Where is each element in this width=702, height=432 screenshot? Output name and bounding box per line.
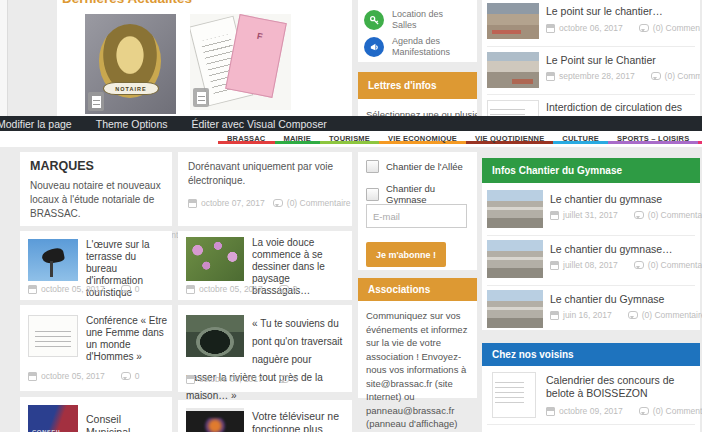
latest-news-card: Dernières Actualités NOTAIRE F xyxy=(57,0,352,116)
comment-icon xyxy=(279,285,289,293)
brassac-homepage: Dernières Actualités NOTAIRE F Location … xyxy=(0,0,702,432)
divider xyxy=(487,235,695,236)
comment-icon xyxy=(634,261,644,269)
article-thumbnail-conseil[interactable]: CONSEIL MUNICIPAL xyxy=(28,405,78,432)
calendar-icon xyxy=(546,407,555,416)
page-left-edge xyxy=(0,0,8,116)
article-meta: octobre 05, 2017 0 xyxy=(28,284,140,294)
divider xyxy=(487,424,695,425)
article-title[interactable]: Conférence « Etre une Femme dans un mond… xyxy=(86,315,168,363)
quick-link-location-salles[interactable]: Location des Salles xyxy=(364,9,462,31)
nav-item-vie-economique[interactable]: VIE ECONOMIQUE xyxy=(379,131,466,144)
article-card: MARQUES Nouveau notaire et nouveaux loca… xyxy=(20,152,172,226)
article-thumbnail-interdiction[interactable] xyxy=(487,100,539,116)
newsletter-header-label: Lettres d'infos xyxy=(368,80,437,91)
article-excerpt: Nouveau notaire et nouveaux locaux à l'é… xyxy=(30,179,162,221)
article-thumbnail-chantier-1[interactable] xyxy=(487,3,539,39)
gym-header-label: Infos Chantier du Gymnase xyxy=(492,165,622,176)
article-thumbnail-gym-2[interactable] xyxy=(487,240,543,278)
email-input[interactable] xyxy=(366,204,467,228)
admin-bar-visual-composer[interactable]: Éditer avec Visual Composer xyxy=(192,118,327,130)
article-date: octobre 06, 2017 xyxy=(199,374,263,384)
newsletter-checkbox-row: Chantier du Gymnase xyxy=(366,183,477,205)
article-title[interactable]: Conseil Municipal xyxy=(86,413,166,432)
calendar-icon xyxy=(28,372,37,381)
article-meta: octobre 05, 2017 0 xyxy=(186,284,298,294)
article-thumbnail-gym-3[interactable] xyxy=(487,290,543,328)
checkbox-chantier-gymnase[interactable] xyxy=(366,188,379,201)
comment-icon xyxy=(634,211,644,219)
nav-item-brassac[interactable]: BRASSAC xyxy=(218,131,275,144)
quick-link-agenda[interactable]: Agenda des Manifestations xyxy=(364,36,462,58)
neighbors-header-label: Chez nos voisins xyxy=(492,349,574,360)
calendar-icon xyxy=(550,311,559,320)
article-title[interactable]: Votre téléviseur ne fonctionne plus ??? xyxy=(252,410,342,432)
article-title[interactable]: Le chantier du gymnase… xyxy=(550,243,690,256)
megaphone-icon xyxy=(364,37,384,57)
divider xyxy=(487,94,695,95)
article-card: « Tu te souviens du pont qu'on traversai… xyxy=(178,305,352,392)
article-comments: (0) Commentaire xyxy=(287,198,351,208)
calendar-icon xyxy=(188,199,197,208)
article-thumbnail-chantier-2[interactable] xyxy=(487,52,539,88)
nav-item-culture[interactable]: CULTURE xyxy=(553,131,608,144)
article-thumbnail-flowers[interactable] xyxy=(186,237,244,281)
nav-item-tourisme[interactable]: TOURISME xyxy=(320,131,379,144)
article-date: octobre 09, 2017 xyxy=(559,406,623,416)
checkbox-label: Chantier de l'Allée xyxy=(386,161,463,172)
article-date: octobre 05, 2017 xyxy=(41,284,105,294)
article-thumbnail-bird[interactable] xyxy=(28,239,78,281)
article-date: septembre 28, 2017 xyxy=(559,71,635,81)
nav-item-vie-quotidienne[interactable]: VIE QUOTIDIENNE xyxy=(466,131,553,144)
document-icon xyxy=(88,92,104,111)
article-comments: 0 xyxy=(135,284,140,294)
article-meta: octobre 06, 2017 0 xyxy=(186,374,298,384)
article-title[interactable]: Le chantier du Gymnase xyxy=(550,293,690,306)
article-thumbnail-bridge[interactable] xyxy=(186,315,244,357)
comment-icon xyxy=(279,375,289,383)
newsletter-checkbox-row: Chantier de l'Allée xyxy=(366,160,463,173)
admin-bar-edit-page[interactable]: Modifier la page xyxy=(0,118,72,130)
admin-bar-theme-options[interactable]: Theme Options xyxy=(96,118,168,130)
nav-item-mairie[interactable]: MAIRIE xyxy=(275,131,320,144)
document-icon xyxy=(193,88,209,107)
article-title[interactable]: Calendrier des concours de belote à BOIS… xyxy=(546,374,692,400)
divider xyxy=(487,46,695,47)
article-meta: septembre 28, 2017 (0) Commentaire xyxy=(546,71,700,81)
article-thumbnail-carte-grise[interactable]: F xyxy=(190,14,291,110)
wp-admin-bar: Modifier la page Theme Options Éditer av… xyxy=(0,116,702,131)
notaire-seal-banner: NOTAIRE xyxy=(103,82,159,95)
article-thumbnail-tv[interactable] xyxy=(186,408,244,432)
nav-item-education-jeunesse[interactable]: EDUCATION – JEUNESSE xyxy=(698,131,702,144)
quick-link-label: Location des Salles xyxy=(392,9,462,31)
article-date: octobre 05, 2017 xyxy=(199,284,263,294)
quick-link-label: Agenda des Manifestations xyxy=(392,36,462,58)
calendar-icon xyxy=(28,285,37,294)
article-title[interactable]: Le point sur le chantier… xyxy=(546,5,696,18)
article-title[interactable]: MARQUES xyxy=(30,160,162,173)
article-thumbnail-gym-1[interactable] xyxy=(487,190,543,228)
subscribe-button[interactable]: Je m'abonne ! xyxy=(366,242,446,267)
newsletter-section-header: Lettres d'infos xyxy=(358,72,477,99)
gym-section-header: Infos Chantier du Gymnase xyxy=(482,158,700,183)
comment-icon xyxy=(651,72,661,80)
article-meta: octobre 06, 2017 (0) Commentaire xyxy=(546,23,700,33)
newsletter-form-card: Chantier de l'Allée Chantier du Gymnase … xyxy=(358,152,477,270)
article-title[interactable]: Interdiction de circulation des poids xyxy=(546,101,696,116)
comment-icon xyxy=(628,311,638,319)
article-meta: octobre 07, 2017 (0) Commentaire xyxy=(188,198,342,208)
comment-icon xyxy=(121,372,131,380)
article-date: juillet 08, 2017 xyxy=(563,260,618,270)
article-thumbnail-notaire[interactable]: NOTAIRE xyxy=(85,14,176,114)
newsletter-partial-text: Sélectionnez une ou plusieurs listes xyxy=(366,109,477,116)
article-title[interactable]: Le Point sur le Chantier xyxy=(546,54,696,67)
article-thumbnail-belote[interactable] xyxy=(492,372,536,418)
comment-icon xyxy=(121,285,131,293)
article-title[interactable]: Le chantier du gymnase xyxy=(550,193,690,206)
checkbox-chantier-allee[interactable] xyxy=(366,160,379,173)
nav-item-sports-loisirs[interactable]: SPORTS – LOISIRS xyxy=(608,131,698,144)
key-icon xyxy=(364,10,384,30)
article-thumbnail-conference[interactable] xyxy=(28,315,78,357)
article-meta: juillet 31, 2017 (0) Commentaire xyxy=(550,210,702,220)
article-comments: (0) Commentaire xyxy=(648,260,702,270)
